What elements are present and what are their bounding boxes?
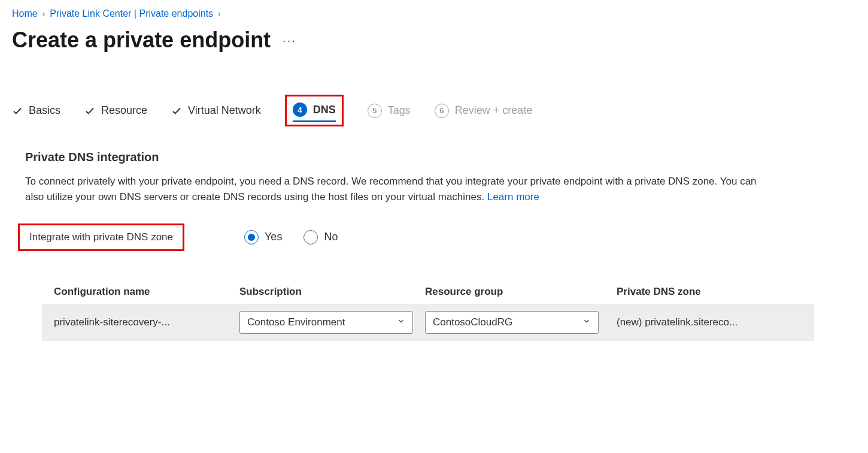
col-subscription: Subscription	[239, 286, 425, 298]
cell-private-dns-zone: (new) privatelink.sitereco...	[617, 316, 802, 328]
form-row-integrate: Integrate with private DNS zone Yes No	[18, 224, 856, 251]
resource-group-dropdown[interactable]: ContosoCloudRG	[425, 311, 599, 334]
title-bar: Create a private endpoint ···	[12, 28, 856, 53]
radio-no[interactable]: No	[304, 230, 338, 244]
dropdown-value: Contoso Environment	[247, 316, 345, 328]
learn-more-link[interactable]: Learn more	[487, 191, 539, 203]
chevron-down-icon	[582, 316, 591, 328]
highlight-integrate-label: Integrate with private DNS zone	[18, 224, 184, 251]
tab-label: Resource	[101, 104, 147, 117]
breadcrumb-home[interactable]: Home	[12, 8, 38, 19]
col-config-name: Configuration name	[54, 286, 239, 298]
chevron-right-icon: ›	[218, 9, 221, 19]
breadcrumb: Home › Private Link Center | Private end…	[12, 8, 856, 19]
tab-review-create: 6 Review + create	[435, 100, 533, 122]
tab-resource[interactable]: Resource	[84, 101, 147, 120]
dropdown-value: ContosoCloudRG	[433, 316, 512, 328]
breadcrumb-private-link-center[interactable]: Private Link Center | Private endpoints	[50, 8, 213, 19]
step-number-badge: 4	[293, 102, 307, 117]
col-private-dns-zone: Private DNS zone	[617, 286, 802, 298]
description-text: To connect privately with your private e…	[25, 176, 757, 203]
chevron-down-icon	[397, 316, 405, 328]
step-number-badge: 5	[368, 104, 382, 118]
check-icon	[171, 105, 182, 116]
section-description: To connect privately with your private e…	[25, 174, 761, 206]
more-actions-icon[interactable]: ···	[283, 34, 296, 47]
radio-unselected-icon	[304, 230, 318, 244]
tab-label: Basics	[29, 104, 60, 117]
subscription-dropdown[interactable]: Contoso Environment	[239, 311, 413, 334]
tab-tags: 5 Tags	[368, 100, 411, 122]
col-resource-group: Resource group	[425, 286, 617, 298]
tab-label: Tags	[388, 104, 411, 117]
page-title: Create a private endpoint	[12, 28, 271, 53]
highlight-dns-tab: 4 DNS	[285, 95, 344, 126]
radio-selected-icon	[244, 230, 259, 244]
cell-config-name: privatelink-siterecovery-...	[54, 316, 239, 328]
tab-virtual-network[interactable]: Virtual Network	[171, 101, 261, 120]
tab-label: DNS	[313, 104, 336, 116]
tab-label: Review + create	[455, 104, 533, 117]
integrate-label: Integrate with private DNS zone	[29, 231, 173, 243]
tab-dns[interactable]: 4 DNS	[293, 99, 336, 122]
step-number-badge: 6	[435, 104, 449, 118]
tab-label: Virtual Network	[188, 104, 261, 117]
tab-basics[interactable]: Basics	[12, 101, 60, 120]
chevron-right-icon: ›	[43, 9, 45, 19]
section-heading-dns-integration: Private DNS integration	[25, 150, 856, 164]
radio-group-integrate: Yes No	[244, 230, 338, 244]
radio-yes[interactable]: Yes	[244, 230, 282, 244]
radio-label: No	[324, 231, 338, 243]
dns-config-table: Configuration name Subscription Resource…	[42, 280, 814, 341]
table-header-row: Configuration name Subscription Resource…	[42, 280, 814, 304]
check-icon	[12, 105, 23, 116]
wizard-tabs: Basics Resource Virtual Network 4 DNS 5 …	[12, 95, 856, 126]
check-icon	[84, 105, 95, 116]
radio-label: Yes	[265, 231, 282, 243]
table-row: privatelink-siterecovery-... Contoso Env…	[42, 304, 814, 341]
